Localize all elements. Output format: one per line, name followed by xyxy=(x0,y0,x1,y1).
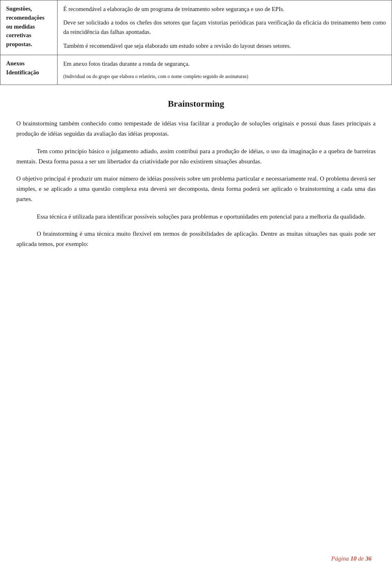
brainstorming-para-2: Tem como princípio básico o julgamento a… xyxy=(16,146,376,167)
main-table: Sugestões, recomendações ou medidas corr… xyxy=(0,0,392,85)
footer-total-pages: 36 xyxy=(365,555,372,562)
suggestion-para-3: Também é recomendável que seja elaborado… xyxy=(63,41,386,51)
content-cell-suggestions: É recomendável a elaboração de um progra… xyxy=(58,0,392,55)
footer-text-prefix: Página xyxy=(331,555,350,562)
label-text-annexes: AnexosIdentificação xyxy=(6,60,39,76)
brainstorming-para-3: O objetivo principal é produzir um maior… xyxy=(16,174,376,204)
brainstorming-para-5: O brainstorming é uma técnica muito flex… xyxy=(16,229,376,249)
brainstorming-title: Brainstorming xyxy=(16,96,376,111)
suggestion-para-2: Deve ser solicitado a todos os chefes do… xyxy=(63,18,386,37)
footer-text-middle: de xyxy=(356,555,365,562)
suggestion-para-1: É recomendável a elaboração de um progra… xyxy=(63,4,386,14)
content-cell-annexes: Em anexo fotos tiradas durante a ronda d… xyxy=(58,55,392,85)
brainstorming-section: Brainstorming O brainstorming também con… xyxy=(0,85,392,265)
annex-para-2: (Individual ou do grupo que elabora o re… xyxy=(63,73,386,80)
label-text-suggestions: Sugestões, recomendações ou medidas corr… xyxy=(6,5,45,47)
page-footer: Página 10 de 36 xyxy=(331,555,372,562)
table-row: Sugestões, recomendações ou medidas corr… xyxy=(0,0,392,55)
footer-current-page: 10 xyxy=(350,555,356,562)
annex-para-1: Em anexo fotos tiradas durante a ronda d… xyxy=(63,59,386,69)
brainstorming-para-1: O brainstorming também conhecido como te… xyxy=(16,118,376,139)
page-container: Sugestões, recomendações ou medidas corr… xyxy=(0,0,392,572)
table-row-annexes: AnexosIdentificação Em anexo fotos tirad… xyxy=(0,55,392,85)
label-cell-suggestions: Sugestões, recomendações ou medidas corr… xyxy=(0,0,58,55)
brainstorming-para-4: Essa técnica é utilizada para identifica… xyxy=(16,212,376,222)
label-cell-annexes: AnexosIdentificação xyxy=(0,55,58,85)
